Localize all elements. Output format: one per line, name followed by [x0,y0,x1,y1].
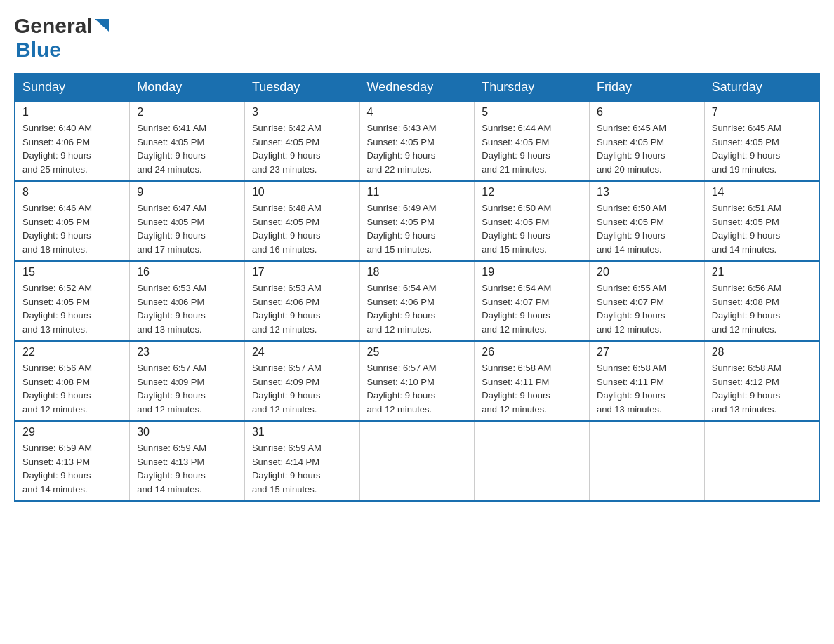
day-number: 14 [712,186,812,199]
day-number: 11 [367,186,468,199]
day-number: 12 [482,186,582,199]
calendar-cell: 17Sunrise: 6:53 AMSunset: 4:06 PMDayligh… [244,261,359,341]
weekday-header-friday: Friday [590,74,705,101]
day-number: 3 [252,106,352,119]
day-info: Sunrise: 6:58 AMSunset: 4:12 PMDaylight:… [712,361,812,416]
calendar-cell: 11Sunrise: 6:49 AMSunset: 4:05 PMDayligh… [359,181,475,261]
day-number: 8 [22,186,122,199]
calendar-cell: 22Sunrise: 6:56 AMSunset: 4:08 PMDayligh… [15,341,130,421]
calendar-cell: 2Sunrise: 6:41 AMSunset: 4:05 PMDaylight… [130,101,245,181]
day-number: 4 [367,106,468,119]
svg-marker-0 [95,19,109,32]
day-number: 13 [597,186,697,199]
day-number: 2 [137,106,237,119]
calendar-cell: 15Sunrise: 6:52 AMSunset: 4:05 PMDayligh… [15,261,130,341]
calendar-cell: 18Sunrise: 6:54 AMSunset: 4:06 PMDayligh… [359,261,475,341]
day-info: Sunrise: 6:50 AMSunset: 4:05 PMDaylight:… [597,201,697,256]
day-number: 21 [712,266,812,279]
day-info: Sunrise: 6:53 AMSunset: 4:06 PMDaylight:… [252,281,352,336]
day-info: Sunrise: 6:58 AMSunset: 4:11 PMDaylight:… [597,361,697,416]
weekday-header-monday: Monday [130,74,245,101]
calendar-cell: 19Sunrise: 6:54 AMSunset: 4:07 PMDayligh… [475,261,590,341]
weekday-header-thursday: Thursday [475,74,590,101]
calendar-cell: 5Sunrise: 6:44 AMSunset: 4:05 PMDaylight… [475,101,590,181]
calendar-cell: 27Sunrise: 6:58 AMSunset: 4:11 PMDayligh… [590,341,705,421]
calendar-cell: 28Sunrise: 6:58 AMSunset: 4:12 PMDayligh… [704,341,819,421]
calendar-cell: 25Sunrise: 6:57 AMSunset: 4:10 PMDayligh… [359,341,475,421]
calendar-week-row: 22Sunrise: 6:56 AMSunset: 4:08 PMDayligh… [15,341,819,421]
day-info: Sunrise: 6:43 AMSunset: 4:05 PMDaylight:… [367,121,468,176]
weekday-header-sunday: Sunday [15,74,130,101]
day-info: Sunrise: 6:52 AMSunset: 4:05 PMDaylight:… [22,281,122,336]
day-info: Sunrise: 6:45 AMSunset: 4:05 PMDaylight:… [712,121,812,176]
day-info: Sunrise: 6:47 AMSunset: 4:05 PMDaylight:… [137,201,237,256]
day-info: Sunrise: 6:41 AMSunset: 4:05 PMDaylight:… [137,121,237,176]
calendar-cell: 12Sunrise: 6:50 AMSunset: 4:05 PMDayligh… [475,181,590,261]
day-number: 26 [482,346,582,358]
day-info: Sunrise: 6:50 AMSunset: 4:05 PMDaylight:… [482,201,582,256]
calendar-cell: 30Sunrise: 6:59 AMSunset: 4:13 PMDayligh… [130,421,245,501]
calendar-cell: 3Sunrise: 6:42 AMSunset: 4:05 PMDaylight… [244,101,359,181]
logo-blue: Blue [15,38,61,61]
day-number: 22 [22,346,122,358]
day-number: 1 [22,106,122,119]
day-info: Sunrise: 6:51 AMSunset: 4:05 PMDaylight:… [712,201,812,256]
day-info: Sunrise: 6:57 AMSunset: 4:10 PMDaylight:… [367,361,468,416]
day-info: Sunrise: 6:55 AMSunset: 4:07 PMDaylight:… [597,281,697,336]
weekday-header-tuesday: Tuesday [244,74,359,101]
day-info: Sunrise: 6:59 AMSunset: 4:13 PMDaylight:… [137,441,237,496]
day-info: Sunrise: 6:56 AMSunset: 4:08 PMDaylight:… [712,281,812,336]
day-info: Sunrise: 6:44 AMSunset: 4:05 PMDaylight:… [482,121,582,176]
day-info: Sunrise: 6:45 AMSunset: 4:05 PMDaylight:… [597,121,697,176]
day-number: 29 [22,426,122,438]
day-number: 19 [482,266,582,279]
calendar-cell: 20Sunrise: 6:55 AMSunset: 4:07 PMDayligh… [590,261,705,341]
calendar-cell [590,421,705,501]
weekday-header-saturday: Saturday [704,74,819,101]
calendar-cell: 9Sunrise: 6:47 AMSunset: 4:05 PMDaylight… [130,181,245,261]
calendar-cell: 24Sunrise: 6:57 AMSunset: 4:09 PMDayligh… [244,341,359,421]
day-info: Sunrise: 6:54 AMSunset: 4:07 PMDaylight:… [482,281,582,336]
day-number: 6 [597,106,697,119]
calendar-cell [475,421,590,501]
calendar-cell: 14Sunrise: 6:51 AMSunset: 4:05 PMDayligh… [704,181,819,261]
weekday-header-wednesday: Wednesday [359,74,475,101]
day-info: Sunrise: 6:59 AMSunset: 4:14 PMDaylight:… [252,441,352,496]
calendar-week-row: 1Sunrise: 6:40 AMSunset: 4:06 PMDaylight… [15,101,819,181]
day-info: Sunrise: 6:59 AMSunset: 4:13 PMDaylight:… [22,441,122,496]
calendar-week-row: 29Sunrise: 6:59 AMSunset: 4:13 PMDayligh… [15,421,819,501]
day-info: Sunrise: 6:57 AMSunset: 4:09 PMDaylight:… [252,361,352,416]
day-info: Sunrise: 6:53 AMSunset: 4:06 PMDaylight:… [137,281,237,336]
day-number: 20 [597,266,697,279]
day-number: 24 [252,346,352,358]
calendar-cell: 31Sunrise: 6:59 AMSunset: 4:14 PMDayligh… [244,421,359,501]
day-number: 9 [137,186,237,199]
day-number: 18 [367,266,468,279]
weekday-header-row: SundayMondayTuesdayWednesdayThursdayFrid… [15,74,819,101]
day-info: Sunrise: 6:46 AMSunset: 4:05 PMDaylight:… [22,201,122,256]
day-number: 5 [482,106,582,119]
calendar-cell: 23Sunrise: 6:57 AMSunset: 4:09 PMDayligh… [130,341,245,421]
calendar-cell: 8Sunrise: 6:46 AMSunset: 4:05 PMDaylight… [15,181,130,261]
day-info: Sunrise: 6:42 AMSunset: 4:05 PMDaylight:… [252,121,352,176]
calendar-cell: 26Sunrise: 6:58 AMSunset: 4:11 PMDayligh… [475,341,590,421]
calendar-cell: 6Sunrise: 6:45 AMSunset: 4:05 PMDaylight… [590,101,705,181]
day-number: 25 [367,346,468,358]
day-number: 27 [597,346,697,358]
logo-icon [95,19,109,32]
calendar-week-row: 15Sunrise: 6:52 AMSunset: 4:05 PMDayligh… [15,261,819,341]
calendar-cell [359,421,475,501]
day-number: 10 [252,186,352,199]
calendar-cell: 29Sunrise: 6:59 AMSunset: 4:13 PMDayligh… [15,421,130,501]
calendar-cell: 13Sunrise: 6:50 AMSunset: 4:05 PMDayligh… [590,181,705,261]
day-number: 15 [22,266,122,279]
logo-general: General [14,14,93,38]
day-info: Sunrise: 6:54 AMSunset: 4:06 PMDaylight:… [367,281,468,336]
day-info: Sunrise: 6:49 AMSunset: 4:05 PMDaylight:… [367,201,468,256]
day-number: 31 [252,426,352,438]
calendar-cell: 16Sunrise: 6:53 AMSunset: 4:06 PMDayligh… [130,261,245,341]
calendar-cell: 21Sunrise: 6:56 AMSunset: 4:08 PMDayligh… [704,261,819,341]
day-number: 17 [252,266,352,279]
day-info: Sunrise: 6:40 AMSunset: 4:06 PMDaylight:… [22,121,122,176]
day-number: 7 [712,106,812,119]
